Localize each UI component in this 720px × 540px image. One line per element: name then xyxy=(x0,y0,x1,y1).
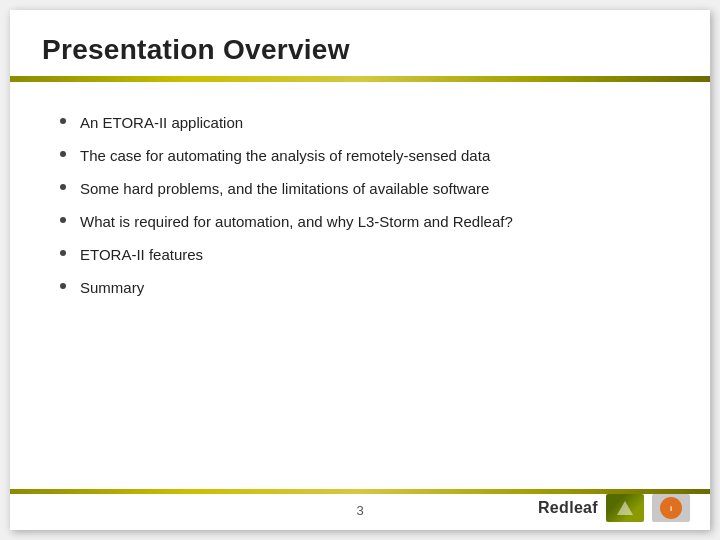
slide-footer: 3 Redleaf i xyxy=(10,489,710,530)
bullet-text: The case for automating the analysis of … xyxy=(80,145,490,166)
redleaf-logo-box xyxy=(606,494,644,522)
partner-logo-box: i xyxy=(652,494,690,522)
list-item: An ETORA-II application xyxy=(60,112,678,133)
bullet-text: Summary xyxy=(80,277,144,298)
redleaf-logo-text: Redleaf xyxy=(538,499,598,517)
bullet-text: ETORA-II features xyxy=(80,244,203,265)
partner-icon-label: i xyxy=(670,504,672,513)
list-item: What is required for automation, and why… xyxy=(60,211,678,232)
bullet-text: What is required for automation, and why… xyxy=(80,211,513,232)
page-number: 3 xyxy=(356,503,363,518)
bullet-text: An ETORA-II application xyxy=(80,112,243,133)
bullet-dot-icon xyxy=(60,151,66,157)
slide-title: Presentation Overview xyxy=(10,10,710,76)
slide: Presentation Overview An ETORA-II applic… xyxy=(10,10,710,530)
partner-circle-icon: i xyxy=(660,497,682,519)
leaf-icon xyxy=(617,501,633,515)
bullet-dot-icon xyxy=(60,250,66,256)
bullet-text: Some hard problems, and the limitations … xyxy=(80,178,489,199)
footer-logo-area: Redleaf i xyxy=(538,494,690,522)
bullet-dot-icon xyxy=(60,217,66,223)
bullet-dot-icon xyxy=(60,184,66,190)
bullet-dot-icon xyxy=(60,118,66,124)
list-item: Some hard problems, and the limitations … xyxy=(60,178,678,199)
list-item: The case for automating the analysis of … xyxy=(60,145,678,166)
bullet-list: An ETORA-II applicationThe case for auto… xyxy=(60,112,678,298)
list-item: Summary xyxy=(60,277,678,298)
bullet-dot-icon xyxy=(60,283,66,289)
slide-content: An ETORA-II applicationThe case for auto… xyxy=(10,82,710,489)
list-item: ETORA-II features xyxy=(60,244,678,265)
